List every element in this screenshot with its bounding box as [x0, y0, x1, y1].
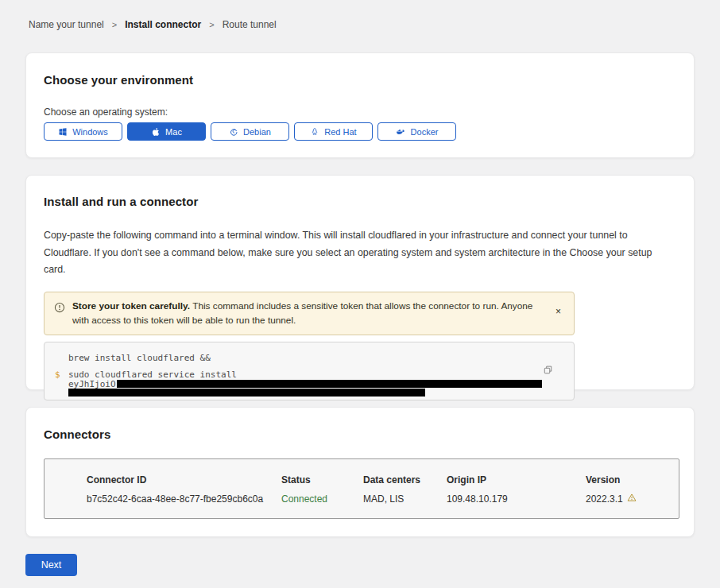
- breadcrumb-step-install-connector[interactable]: Install connector: [125, 19, 201, 30]
- breadcrumb: Name your tunnel > Install connector > R…: [0, 0, 720, 30]
- debian-icon: [229, 127, 238, 137]
- code-line-brew: brew install cloudflared &&: [68, 354, 542, 362]
- os-button-group: Windows Mac Debian Red Hat: [44, 122, 676, 141]
- column-header-version: Version: [586, 474, 671, 485]
- shell-prompt: $: [55, 370, 60, 379]
- os-button-redhat[interactable]: Red Hat: [294, 122, 373, 141]
- close-icon[interactable]: ×: [551, 304, 566, 319]
- code-line-text: sudo cloudflared service install: [68, 369, 237, 380]
- code-line-service-install: $ sudo cloudflared service install: [68, 370, 542, 379]
- apple-icon: [151, 127, 161, 137]
- install-card: Install and run a connector Copy-paste t…: [25, 175, 695, 390]
- os-select-label: Choose an operating system:: [44, 106, 676, 118]
- windows-icon: [58, 127, 68, 137]
- column-header-status: Status: [281, 474, 363, 485]
- chevron-separator-icon: >: [209, 20, 214, 29]
- info-icon: [54, 302, 65, 316]
- os-button-label: Debian: [243, 127, 271, 137]
- install-command-code-block: brew install cloudflared && $ sudo cloud…: [44, 342, 575, 400]
- token-line: eyJhIjoiO: [68, 380, 542, 389]
- breadcrumb-step-route-tunnel[interactable]: Route tunnel: [223, 19, 277, 30]
- connector-id-value: b7c52c42-6caa-48ee-8c77-fbe259cb6c0a: [87, 493, 281, 505]
- os-button-docker[interactable]: Docker: [377, 122, 456, 141]
- connectors-table: Connector ID Status Data centers Origin …: [44, 458, 679, 519]
- chevron-separator-icon: >: [112, 20, 117, 29]
- page: Name your tunnel > Install connector > R…: [0, 0, 720, 588]
- os-button-mac[interactable]: Mac: [127, 122, 206, 141]
- version-value: 2022.3.1: [586, 493, 623, 505]
- connectors-card: Connectors Connector ID Status Data cent…: [25, 407, 695, 537]
- banner-title: Store your token carefully.: [72, 300, 192, 311]
- install-description: Copy-paste the following command into a …: [44, 227, 676, 279]
- banner-message: Store your token carefully. This command…: [72, 299, 544, 328]
- column-header-origin-ip: Origin IP: [447, 474, 586, 485]
- token-warning-banner: Store your token carefully. This command…: [44, 292, 575, 335]
- next-button[interactable]: Next: [25, 554, 77, 576]
- environment-card-title: Choose your environment: [44, 73, 676, 87]
- docker-icon: [396, 126, 406, 137]
- copy-icon[interactable]: [541, 363, 555, 379]
- origin-ip-value: 109.48.10.179: [447, 493, 586, 505]
- warning-icon: [627, 493, 637, 505]
- data-centers-value: MAD, LIS: [363, 493, 447, 505]
- redacted-token-bar: [68, 389, 425, 397]
- redacted-token-bar: [117, 380, 542, 388]
- connectors-card-title: Connectors: [44, 427, 676, 441]
- os-button-debian[interactable]: Debian: [211, 122, 289, 141]
- column-header-connector-id: Connector ID: [87, 474, 281, 485]
- breadcrumb-step-name-tunnel[interactable]: Name your tunnel: [29, 19, 104, 30]
- connectors-grid: Connector ID Status Data centers Origin …: [87, 474, 671, 505]
- install-card-title: Install and run a connector: [44, 195, 676, 208]
- os-button-label: Windows: [72, 127, 108, 137]
- os-button-windows[interactable]: Windows: [44, 122, 122, 141]
- status-badge: Connected: [281, 493, 363, 505]
- os-button-label: Docker: [411, 127, 439, 137]
- environment-card: Choose your environment Choose an operat…: [25, 52, 695, 158]
- os-button-label: Mac: [165, 127, 182, 137]
- token-prefix: eyJhIjoiO: [68, 380, 116, 389]
- os-button-label: Red Hat: [324, 127, 356, 137]
- redhat-icon: [310, 127, 319, 137]
- column-header-data-centers: Data centers: [363, 474, 447, 485]
- version-cell: 2022.3.1: [586, 493, 671, 505]
